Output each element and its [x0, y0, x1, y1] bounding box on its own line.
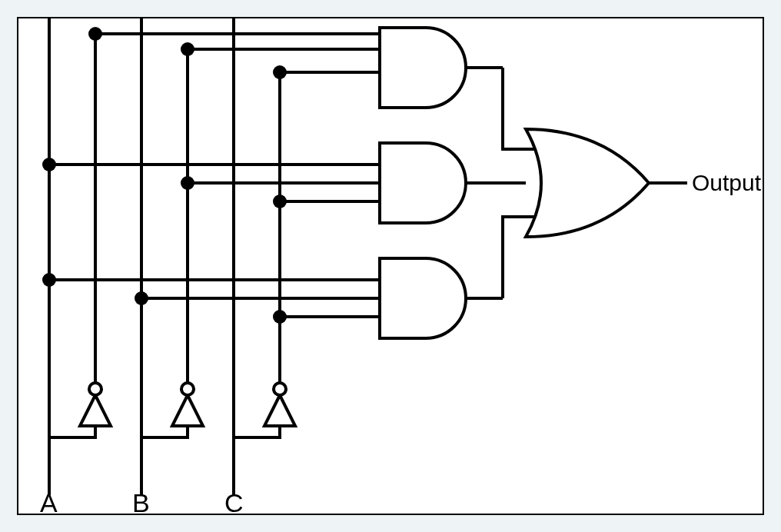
svg-point-23: [181, 176, 194, 190]
label-a: A: [40, 488, 58, 514]
svg-point-21: [273, 65, 287, 79]
label-b: B: [132, 488, 150, 514]
svg-point-5: [274, 383, 286, 395]
not-gate-b: [141, 383, 203, 437]
svg-point-22: [42, 158, 56, 171]
not-gate-c: [234, 383, 295, 437]
svg-point-19: [88, 27, 102, 41]
logic-circuit: A B C Output: [18, 18, 763, 514]
or-gate: [503, 68, 687, 298]
svg-marker-0: [80, 395, 111, 426]
svg-point-24: [273, 195, 287, 208]
circuit-frame: A B C Output: [17, 17, 764, 515]
svg-point-26: [135, 291, 148, 305]
svg-point-1: [89, 383, 101, 395]
svg-point-25: [42, 273, 56, 287]
label-output: Output: [692, 170, 762, 195]
svg-point-3: [181, 383, 194, 395]
and-gate-1: [95, 28, 503, 108]
and-gate-3: [49, 258, 503, 338]
svg-marker-2: [172, 395, 203, 426]
svg-point-27: [273, 310, 287, 324]
label-c: C: [224, 488, 244, 514]
not-gate-a: [49, 383, 111, 437]
and-gate-2: [49, 143, 526, 223]
svg-point-20: [181, 42, 194, 56]
svg-marker-4: [264, 395, 295, 426]
